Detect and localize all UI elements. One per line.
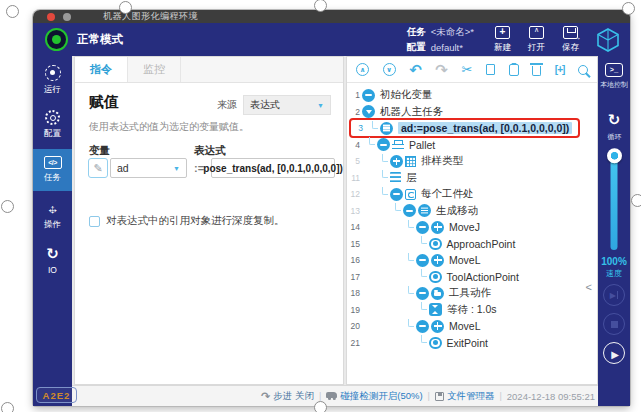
save-button[interactable]: 保存 xyxy=(562,26,579,54)
step-mode-icon xyxy=(261,390,270,403)
collapse-all-icon[interactable] xyxy=(356,63,369,76)
tree-row-label: 工具动作 xyxy=(449,286,491,300)
local-control-label: 本地控制 xyxy=(600,80,628,89)
tree-row[interactable]: 19等待 : 1.0s xyxy=(349,302,597,319)
redo-icon[interactable] xyxy=(435,61,448,79)
tree-row[interactable]: 3ad:=pose_trans(ad, [0,0.1,0,0,0,0]) xyxy=(349,118,580,138)
selection-handle xyxy=(6,5,19,18)
tree-connector xyxy=(421,335,427,343)
copy-icon[interactable] xyxy=(486,64,495,75)
chevron-down-icon: ▼ xyxy=(317,102,324,109)
collapse-icon xyxy=(377,138,390,151)
loop-icon xyxy=(405,189,416,200)
tree-row[interactable]: 14MoveJ xyxy=(349,219,597,236)
paste-icon[interactable] xyxy=(509,64,519,76)
cut-icon[interactable] xyxy=(462,62,473,77)
tree-row[interactable]: 1初始化变量 xyxy=(349,87,597,104)
tab-bar: 指令监控 xyxy=(75,57,343,83)
source-select[interactable]: 表达式 ▼ xyxy=(243,95,331,115)
selection-handle xyxy=(1,200,14,213)
move-icon xyxy=(431,221,444,234)
line-number: 18 xyxy=(349,288,360,298)
tree-row[interactable]: 20MoveL xyxy=(349,318,597,335)
sidebar-item-run[interactable]: 运行 xyxy=(33,59,72,101)
brand-logo-icon xyxy=(595,27,621,53)
variable-select[interactable]: ad ▼ xyxy=(110,158,187,178)
status-item[interactable]: 碰撞检测开启(50%) xyxy=(326,390,422,403)
tree-row-label: ExitPoint xyxy=(447,337,488,349)
tree-row[interactable]: 15ApproachPoint xyxy=(349,236,597,253)
stop-button[interactable] xyxy=(603,313,625,335)
line-number: 5 xyxy=(349,156,360,166)
slider-thumb[interactable] xyxy=(607,148,622,163)
tree-row[interactable]: 17ToolActionPoint xyxy=(349,269,597,286)
tree-row[interactable]: 16MoveL xyxy=(349,252,597,269)
folder-icon xyxy=(431,287,444,300)
chevron-icon xyxy=(362,105,375,118)
deep-copy-checkbox[interactable] xyxy=(89,216,100,227)
close-button[interactable] xyxy=(47,13,55,21)
save-file-icon xyxy=(563,26,578,39)
line-number: 4 xyxy=(349,140,360,150)
tree-row[interactable]: 21ExitPoint xyxy=(349,335,597,352)
delete-icon[interactable] xyxy=(532,66,541,76)
sidebar-item-io[interactable]: IO xyxy=(33,239,72,281)
search-icon[interactable] xyxy=(578,65,588,75)
step-button[interactable] xyxy=(603,284,625,306)
tree-row[interactable]: 12每个工件处 xyxy=(349,186,597,203)
expand-all-icon[interactable] xyxy=(383,63,396,76)
status-badge: A2E2 xyxy=(36,387,77,403)
expression-input[interactable]: pose_trans(ad, [0,0.1,0,0,0,0]) xyxy=(211,158,335,178)
config-value: default* xyxy=(431,42,463,53)
tree-row[interactable]: 11层 xyxy=(349,170,597,187)
collapse-panel-handle[interactable] xyxy=(586,281,592,293)
local-control-item[interactable]: 本地控制 xyxy=(598,63,630,90)
point-icon xyxy=(429,271,442,284)
new-button[interactable]: 新建 xyxy=(494,26,511,54)
open-button[interactable]: 打开 xyxy=(528,26,545,54)
action-label: 保存 xyxy=(562,42,579,54)
insert-icon[interactable] xyxy=(555,64,565,75)
loop-item[interactable]: 循环 xyxy=(598,111,630,142)
undo-icon[interactable] xyxy=(409,61,422,79)
separator: | xyxy=(499,391,501,401)
tab-monitor[interactable]: 监控 xyxy=(128,57,181,82)
status-item[interactable]: 步进 关闭 xyxy=(261,390,314,403)
sidebar-item-label: 运行 xyxy=(44,84,61,96)
operate-icon xyxy=(45,200,61,216)
tree-row[interactable]: 13生成移动 xyxy=(349,203,597,220)
move-icon xyxy=(431,254,444,267)
tab-command[interactable]: 指令 xyxy=(75,57,128,82)
line-number: 1 xyxy=(349,90,360,100)
pallet-icon xyxy=(392,140,404,150)
speed-slider[interactable] xyxy=(611,152,618,250)
wait-icon xyxy=(429,303,442,316)
point-icon xyxy=(429,337,442,350)
line-number: 19 xyxy=(349,305,360,315)
tree-connector xyxy=(421,236,427,244)
sidebar-item-operate[interactable]: 操作 xyxy=(33,194,72,236)
tree-row[interactable]: 4Pallet xyxy=(349,137,597,154)
status-item[interactable]: 2024-12-18 09:55:21 xyxy=(507,391,595,402)
play-icon xyxy=(609,344,619,362)
tree-connector xyxy=(408,253,414,261)
app-header: 正常模式 任务 <未命名>* 配置 default* 新建打开保存 xyxy=(33,23,630,56)
play-button[interactable] xyxy=(603,342,625,364)
tree-row[interactable]: 5排样类型 xyxy=(349,153,597,170)
mode-label: 正常模式 xyxy=(77,32,123,47)
new-file-icon xyxy=(495,26,510,39)
tree-connector xyxy=(408,220,414,228)
source-row: 来源 表达式 ▼ xyxy=(217,95,331,115)
line-number: 11 xyxy=(349,173,360,183)
sidebar-item-task[interactable]: 任务 xyxy=(33,149,72,191)
tree-row[interactable]: 18工具动作 xyxy=(349,285,597,302)
sidebar-item-config[interactable]: 配置 xyxy=(33,104,72,146)
line-number: 13 xyxy=(349,206,360,216)
collapse-icon xyxy=(416,287,429,300)
edit-variable-button[interactable]: ✎ xyxy=(88,158,108,178)
slider-track xyxy=(611,152,618,250)
minimize-button[interactable] xyxy=(63,13,71,21)
status-item[interactable]: 文件管理器 xyxy=(435,390,495,403)
tree-row-label: 排样类型 xyxy=(421,154,463,168)
instruction-description: 使用表达式的值为选定的变量赋值。 xyxy=(89,120,249,134)
